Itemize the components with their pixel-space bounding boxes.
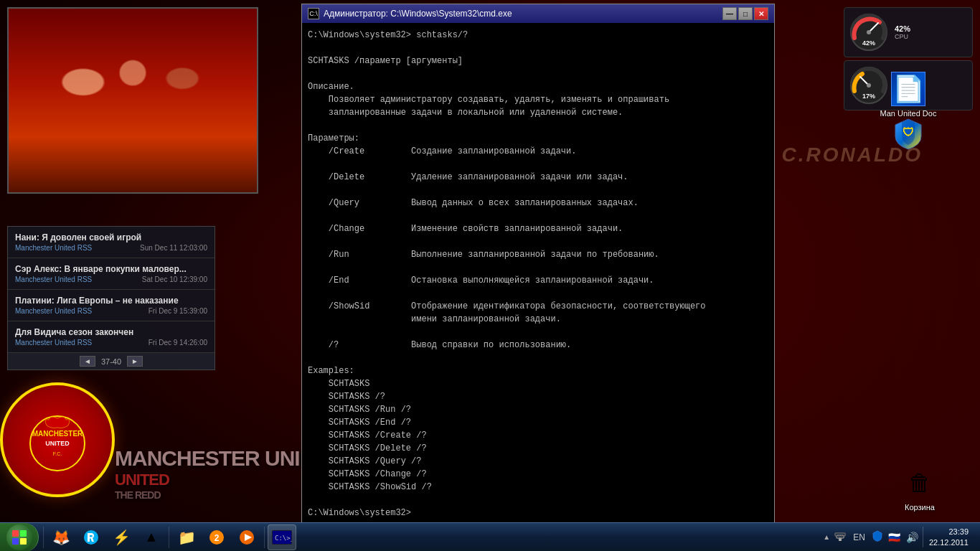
cmd-minimize-button[interactable]: —: [722, 7, 737, 20]
news-meta-1: Manchester United RSS Sun Dec 11 12:03:0…: [15, 244, 207, 252]
cmd-app-icon: C:\: [308, 8, 319, 19]
svg-rect-13: [12, 530, 19, 537]
taskbar-cmd[interactable]: C:\>_: [268, 524, 296, 550]
skype-icon: [83, 529, 100, 546]
cmd-window: C:\ Администратор: C:\Windows\System32\c…: [301, 4, 775, 527]
recycle-bin-icon-glyph: 🗑: [908, 470, 931, 496]
svg-text:2: 2: [215, 533, 220, 543]
taskbar-thunderbird[interactable]: ⚡: [107, 524, 136, 550]
gauge-item-1: 42% 42% CPU: [844, 7, 973, 57]
news-meta-2: Manchester United RSS Sat Dec 10 12:39:0…: [15, 276, 207, 283]
recycle-bin-icon[interactable]: 🗑 Корзина: [903, 466, 937, 512]
cmd-close-button[interactable]: ✕: [754, 7, 768, 20]
mu-logo-area: MANCHESTER UNITED F.C. MANCHESTER UNI UN…: [0, 372, 308, 515]
news-item-2[interactable]: Сэр Алекс: В январе покупки маловер... M…: [8, 258, 215, 290]
players-photo: [9, 9, 257, 192]
man-united-doc-icon-image: 📄: [891, 72, 925, 106]
gauge-svg-1: 42%: [847, 11, 890, 54]
news-widget: Нани: Я доволен своей игрой Manchester U…: [7, 226, 215, 370]
cmd-content[interactable]: C:\Windows\system32> schtasks/? SCHTASKS…: [302, 23, 774, 527]
mu-logo: MANCHESTER UNITED F.C.: [0, 382, 122, 504]
news-title-1: Нани: Я доволен своей игрой: [15, 232, 207, 242]
news-date-3: Fri Dec 9 15:39:00: [149, 307, 207, 315]
orange-app-icon: 2: [208, 529, 225, 546]
svg-rect-15: [12, 538, 19, 545]
taskbar-apps: 🦊 ⚡ ▲ 📁 2: [42, 524, 817, 550]
cmd-title: Администратор: C:\Windows\System32\cmd.e…: [324, 9, 512, 19]
svg-text:UNITED: UNITED: [45, 440, 70, 447]
news-item-4[interactable]: Для Видича сезон закончен Manchester Uni…: [8, 321, 215, 353]
start-button[interactable]: [0, 523, 39, 552]
mu-badge: MANCHESTER UNITED F.C.: [0, 382, 115, 497]
clock-area: 23:39 22.12.2011: [923, 527, 974, 547]
news-page-range: 37-40: [101, 357, 121, 366]
man-united-doc-icon[interactable]: 📄 Man United Doc: [880, 72, 937, 118]
taskbar-explorer[interactable]: 📁: [172, 524, 201, 550]
antivirus-tray-icon[interactable]: [871, 530, 884, 544]
media-player-icon: [238, 529, 255, 546]
network-tray-icon[interactable]: [833, 530, 847, 544]
svg-text:42%: 42%: [862, 39, 875, 47]
news-meta-4: Manchester United RSS Fri Dec 9 14:26:00: [15, 339, 207, 347]
news-date-2: Sat Dec 10 12:39:00: [142, 276, 207, 283]
cmd-window-controls: — □ ✕: [722, 7, 768, 20]
clock-date: 22.12.2011: [929, 537, 969, 547]
clock-time: 23:39: [929, 527, 969, 537]
shield-widget: 🛡: [844, 113, 973, 154]
news-date-1: Sun Dec 11 12:03:00: [140, 244, 207, 252]
news-source-2: Manchester United RSS: [15, 276, 92, 283]
news-source-1: Manchester United RSS: [15, 244, 92, 252]
language-button[interactable]: EN: [850, 531, 868, 544]
shield-icon: 🛡: [891, 116, 925, 151]
cmd-icon: C:\>_: [272, 530, 292, 545]
mu-text-line1: MANCHESTER UNI: [115, 446, 300, 470]
svg-rect-14: [20, 530, 27, 537]
network-icon: [834, 530, 846, 542]
news-meta-3: Manchester United RSS Fri Dec 9 15:39:00: [15, 307, 207, 315]
recycle-bin-label: Корзина: [903, 503, 937, 512]
news-source-4: Manchester United RSS: [15, 339, 92, 347]
gauge-percent-1: 42%: [895, 24, 910, 33]
cmd-titlebar-left: C:\ Администратор: C:\Windows\System32\c…: [308, 8, 512, 19]
taskbar-app6[interactable]: 2: [202, 524, 231, 550]
desktop: C.RONALDO Нани: Я доволен своей игрой Ma…: [0, 0, 980, 551]
volume-tray-icon[interactable]: 🔊: [905, 532, 920, 543]
start-orb: [6, 524, 32, 550]
shield-tray-icon: [872, 530, 882, 542]
news-item-3[interactable]: Платини: Лига Европы – не наказание Manc…: [8, 290, 215, 321]
taskbar-separator-1: [43, 527, 44, 548]
news-next-button[interactable]: ►: [127, 356, 143, 367]
cmd-titlebar: C:\ Администратор: C:\Windows\System32\c…: [302, 4, 774, 23]
taskbar-app4[interactable]: ▲: [137, 524, 166, 550]
news-source-3: Manchester United RSS: [15, 307, 92, 315]
svg-text:17%: 17%: [862, 93, 875, 100]
svg-text:C:\>_: C:\>_: [275, 534, 292, 542]
taskbar-right: ▲ EN 🇷🇺 🔊: [817, 527, 980, 547]
news-date-4: Fri Dec 9 14:26:00: [149, 339, 207, 347]
flag-tray-icon: 🇷🇺: [887, 532, 902, 543]
news-title-4: Для Видича сезон закончен: [15, 327, 207, 337]
svg-rect-27: [835, 533, 845, 536]
mu-text-line2: UNITED: [115, 471, 300, 489]
mu-text-line3: THE REDD: [115, 489, 300, 501]
gauge-label-1: CPU: [895, 33, 910, 40]
mu-badge-svg: MANCHESTER UNITED F.C.: [22, 404, 93, 476]
man-united-doc-label: Man United Doc: [880, 109, 937, 118]
svg-point-10: [867, 83, 871, 88]
svg-text:F.C.: F.C.: [53, 451, 62, 456]
taskbar-firefox[interactable]: 🦊: [47, 524, 75, 550]
gauge-circle-1: 42%: [847, 11, 890, 54]
svg-text:MANCHESTER: MANCHESTER: [32, 430, 83, 438]
windows-logo-icon: [11, 529, 27, 545]
photo-widget: [7, 7, 258, 194]
cmd-maximize-button[interactable]: □: [738, 7, 753, 20]
recycle-bin-image: 🗑: [903, 466, 937, 500]
news-title-2: Сэр Алекс: В январе покупки маловер...: [15, 264, 207, 274]
tray-expand-button[interactable]: ▲: [823, 533, 830, 541]
svg-text:🛡: 🛡: [903, 126, 914, 138]
news-prev-button[interactable]: ◄: [80, 356, 95, 367]
taskbar-skype[interactable]: [77, 524, 105, 550]
news-title-3: Платини: Лига Европы – не наказание: [15, 296, 207, 306]
news-item-1[interactable]: Нани: Я доволен своей игрой Manchester U…: [8, 227, 215, 258]
taskbar-media[interactable]: [232, 524, 261, 550]
